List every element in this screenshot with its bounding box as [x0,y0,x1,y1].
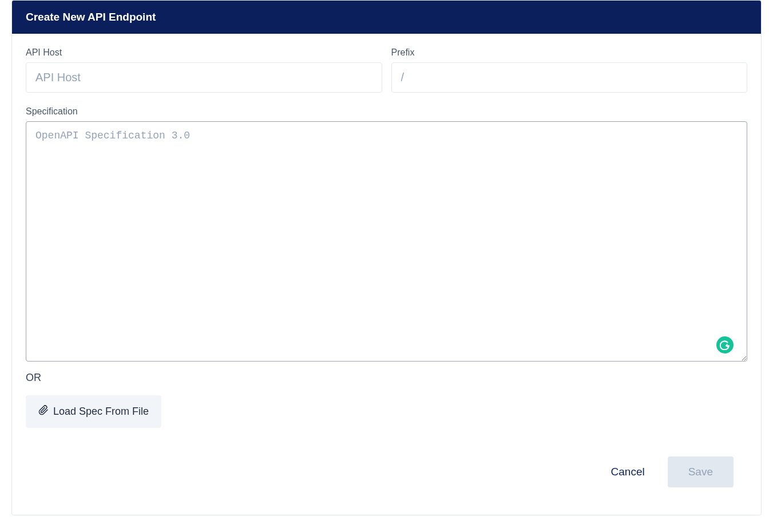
or-divider: OR [26,372,747,384]
specification-label: Specification [26,106,747,117]
modal-header: Create New API Endpoint [12,1,761,34]
load-spec-from-file-label: Load Spec From File [53,406,149,418]
modal-footer: Cancel Save [26,445,747,501]
modal-title: Create New API Endpoint [26,11,156,23]
save-button[interactable]: Save [668,456,734,487]
specification-group: Specification [26,106,747,364]
cancel-button[interactable]: Cancel [604,461,652,483]
specification-textarea[interactable] [26,121,747,362]
prefix-group: Prefix [391,47,748,93]
create-api-endpoint-modal: Create New API Endpoint API Host Prefix … [11,0,762,515]
specification-textarea-wrapper [26,121,747,364]
prefix-label: Prefix [391,47,748,58]
prefix-input[interactable] [391,62,748,93]
form-row-host-prefix: API Host Prefix [26,47,747,93]
api-host-group: API Host [26,47,382,93]
api-host-input[interactable] [26,62,382,93]
paperclip-icon [38,404,49,419]
api-host-label: API Host [26,47,382,58]
grammarly-icon[interactable] [716,336,734,354]
modal-body: API Host Prefix Specification OR [12,34,761,515]
load-spec-from-file-button[interactable]: Load Spec From File [26,395,161,428]
